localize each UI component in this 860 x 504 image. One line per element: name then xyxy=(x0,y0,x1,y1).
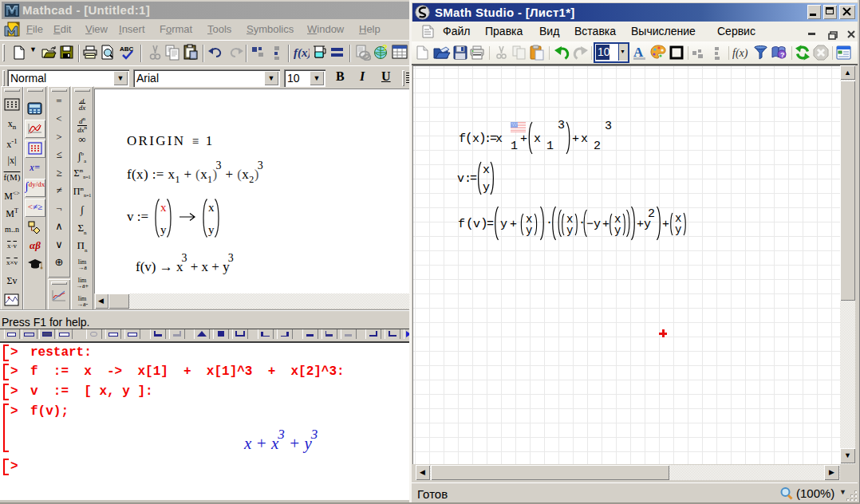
svg-text:x: x xyxy=(208,201,215,214)
svg-text:?: ? xyxy=(780,51,785,59)
svg-text:y: y xyxy=(208,223,215,236)
svg-text:y: y xyxy=(614,224,621,236)
svg-text:y: y xyxy=(675,223,681,236)
svg-text:y: y xyxy=(160,223,167,236)
svg-text:f(x): f(x) xyxy=(294,46,310,60)
svg-text:y: y xyxy=(566,224,573,236)
svg-text:y: y xyxy=(483,181,490,195)
svg-text:f(x): f(x) xyxy=(732,47,748,60)
svg-text:x: x xyxy=(483,163,490,177)
svg-text:y: y xyxy=(526,224,532,236)
svg-text:?: ? xyxy=(382,44,388,53)
svg-text:x: x xyxy=(160,201,167,214)
